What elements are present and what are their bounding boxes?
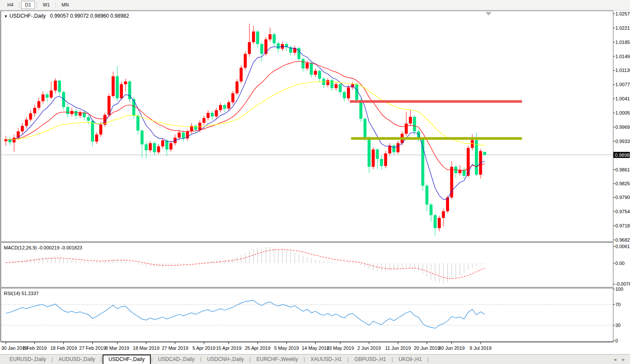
svg-text:30: 30	[615, 323, 621, 328]
svg-text:27 Feb 2019: 27 Feb 2019	[79, 345, 106, 351]
toolbar-separator	[19, 2, 19, 8]
resistance-line	[350, 100, 522, 103]
svg-text:1.01490: 1.01490	[615, 54, 630, 59]
macd-label: MACD(12,26,9) -0.000219 -0.001823	[4, 245, 82, 250]
svg-text:5 May 2019: 5 May 2019	[274, 345, 299, 351]
svg-text:8 Mar 2019: 8 Mar 2019	[105, 345, 129, 351]
svg-text:-0.00761: -0.00761	[615, 281, 630, 286]
trading-app-window: H4D1W1MN 1.025701.022101.018501.014901.0…	[0, 0, 630, 364]
svg-text:0.96820: 0.96820	[615, 237, 630, 243]
timeframe-button-mn[interactable]: MN	[58, 1, 73, 9]
timeframe-toolbar: H4D1W1MN	[0, 0, 630, 10]
support-line	[351, 137, 522, 140]
svg-text:15 Apr 2019: 15 Apr 2019	[216, 345, 241, 351]
svg-text:0.00: 0.00	[615, 261, 624, 266]
svg-text:0.97180: 0.97180	[615, 223, 630, 228]
quote-ohlc: 0.99057 0.99072 0.98960 0.98982	[50, 13, 129, 19]
tab-xauusd-h1[interactable]: XAUUSD-,H1	[306, 355, 347, 364]
svg-text:11 Jun 2019: 11 Jun 2019	[385, 345, 411, 351]
timeframe-button-h4[interactable]: H4	[3, 1, 17, 9]
chart-window: 1.025701.022101.018501.014901.011301.007…	[0, 10, 630, 354]
macd-panel-box	[1, 243, 613, 287]
svg-text:0.97540: 0.97540	[615, 209, 630, 214]
axis-column-bg	[613, 11, 630, 342]
svg-text:0.98982: 0.98982	[615, 152, 630, 158]
svg-text:8 Feb 2019: 8 Feb 2019	[23, 345, 47, 351]
svg-text:2 Jun 2019: 2 Jun 2019	[357, 345, 380, 351]
svg-text:1.01850: 1.01850	[615, 40, 630, 45]
svg-text:1.02210: 1.02210	[615, 25, 630, 31]
timeframe-button-w1[interactable]: W1	[39, 1, 54, 9]
toolbar-separator	[56, 2, 56, 8]
timeframe-button-d1[interactable]: D1	[21, 1, 35, 9]
tab-gbpusd-h1[interactable]: GBPUSD-,H1	[349, 355, 391, 364]
svg-text:27 Mar 2019: 27 Mar 2019	[162, 345, 188, 351]
svg-text:0.00613: 0.00613	[615, 244, 630, 249]
svg-text:0.98250: 0.98250	[615, 181, 630, 186]
svg-text:9 Jul 2019: 9 Jul 2019	[470, 345, 492, 351]
svg-text:18 Feb 2019: 18 Feb 2019	[50, 345, 77, 351]
toolbar-separator	[37, 2, 37, 8]
tab-usdcad-daily[interactable]: USDCAD-,Daily	[153, 355, 200, 364]
svg-text:0: 0	[615, 338, 618, 343]
tab-scroll-right-icon[interactable]: ►	[621, 357, 626, 362]
svg-text:23 May 2019: 23 May 2019	[327, 345, 354, 351]
svg-text:1.00410: 1.00410	[615, 96, 630, 101]
svg-text:1.01130: 1.01130	[615, 68, 630, 73]
tab-separator: |	[427, 356, 429, 362]
price-chart-canvas[interactable]: 1.025701.022101.018501.014901.011301.007…	[0, 10, 630, 354]
collapse-indicator-icon[interactable]: ▼	[4, 14, 8, 19]
svg-text:100: 100	[615, 286, 623, 292]
tab-audusd-daily[interactable]: AUDUSD-,Daily	[53, 355, 100, 364]
symbol-label: USDCHF-,Daily	[9, 13, 46, 19]
tab-scroll-left-icon[interactable]: ◄	[613, 357, 617, 362]
svg-text:14 May 2019: 14 May 2019	[302, 345, 329, 351]
tab-strip: EURUSD-,Daily|AUDUSD-,Daily|USDCHF-,Dail…	[0, 355, 608, 364]
svg-text:30 Jun 2019: 30 Jun 2019	[439, 345, 465, 351]
tab-usdchf-daily[interactable]: USDCHF-,Daily	[103, 355, 151, 364]
svg-text:20 Jun 2019: 20 Jun 2019	[414, 345, 440, 351]
svg-text:0.97900: 0.97900	[615, 195, 630, 200]
tab-usdcnh-daily[interactable]: USDCNH-,Daily	[202, 355, 249, 364]
svg-text:1.00050: 1.00050	[615, 110, 630, 115]
tab-eurusd-daily[interactable]: EURUSD-,Daily	[4, 355, 51, 364]
tab-eurchf-weekly[interactable]: EURCHF-,Weekly	[251, 355, 303, 364]
tab-bar: EURUSD-,Daily|AUDUSD-,Daily|USDCHF-,Dail…	[0, 354, 630, 364]
current-price-tag: 0.98982	[614, 152, 630, 158]
svg-text:1.00770: 1.00770	[615, 82, 630, 87]
svg-text:5 Apr 2019: 5 Apr 2019	[193, 345, 215, 351]
svg-text:0.99330: 0.99330	[615, 139, 630, 144]
svg-text:18 Mar 2019: 18 Mar 2019	[133, 345, 159, 351]
chart-title: ▼USDCHF-,Daily0.99057 0.99072 0.98960 0.…	[4, 13, 129, 19]
tab-scroll-arrows: ◄ ►	[608, 357, 630, 362]
rsi-label: RSI(14) 51.2337	[4, 291, 39, 296]
svg-text:1.02570: 1.02570	[615, 11, 630, 16]
tab-ukoil-h1[interactable]: UKOil-,H1	[393, 355, 427, 364]
rsi-panel-box	[1, 288, 613, 342]
svg-text:0.98610: 0.98610	[615, 167, 630, 172]
svg-text:25 Apr 2019: 25 Apr 2019	[245, 345, 270, 351]
svg-text:70: 70	[615, 302, 621, 307]
svg-text:0.99690: 0.99690	[615, 124, 630, 130]
